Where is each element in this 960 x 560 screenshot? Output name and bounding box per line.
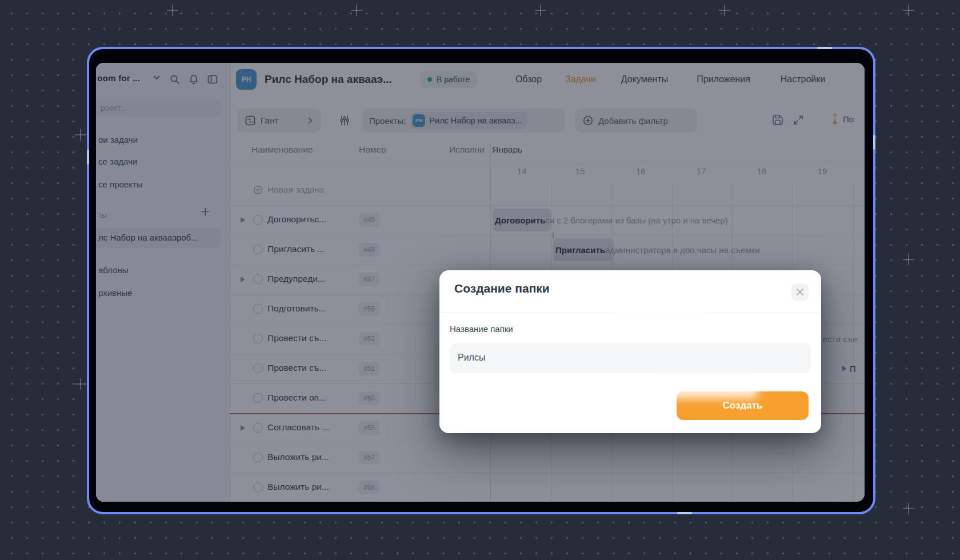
border-highlight — [817, 47, 832, 49]
folder-name-value: Рилсы — [458, 353, 485, 363]
folder-name-label: Название папки — [450, 324, 513, 334]
border-highlight — [87, 150, 89, 165]
blur-highlight — [610, 303, 709, 321]
close-icon[interactable] — [791, 283, 809, 301]
blur-highlight — [656, 374, 758, 398]
plus-mark — [351, 5, 362, 16]
folder-name-input[interactable]: Рилсы — [450, 343, 811, 373]
plus-mark — [719, 5, 730, 16]
app-window: oom for ... роект... ои задачи се задачи… — [87, 47, 875, 514]
border-highlight — [873, 135, 875, 150]
plus-mark — [75, 129, 86, 141]
app-surface: oom for ... роект... ои задачи се задачи… — [96, 63, 865, 502]
plus-mark — [75, 378, 86, 390]
border-highlight — [677, 512, 692, 514]
plus-mark — [903, 254, 914, 265]
plus-mark — [903, 503, 914, 514]
create-folder-modal: Создание папки Название папки Рилсы Созд… — [439, 270, 821, 433]
plus-mark — [535, 5, 546, 16]
plus-mark — [903, 5, 914, 16]
plus-mark — [167, 5, 178, 16]
modal-title: Создание папки — [454, 282, 550, 295]
